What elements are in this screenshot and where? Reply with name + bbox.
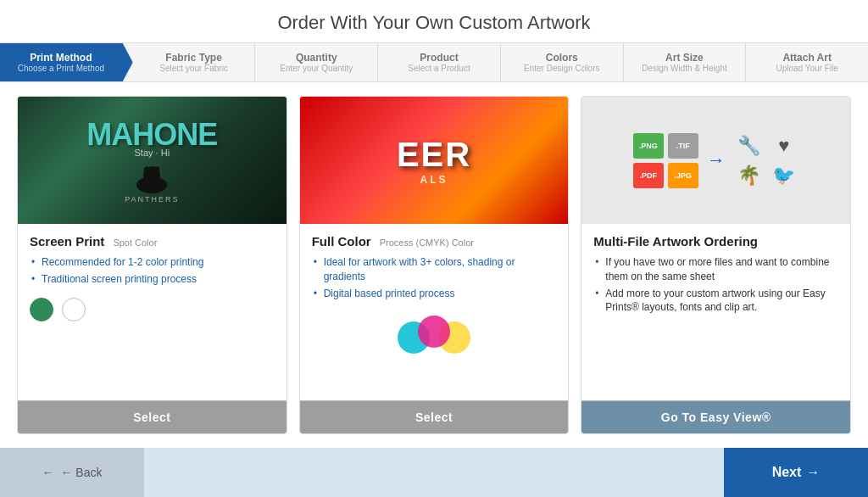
card-full-color: EER ALS Full Color Process (CMYK) Color …: [299, 96, 570, 434]
silhouette-tools: 🔧: [734, 133, 765, 159]
card-full-color-title: Full Color: [312, 234, 371, 248]
file-tag-tif-label: .TIF: [676, 142, 690, 150]
step-print-method-sub: Choose a Print Method: [18, 64, 104, 73]
card-screen-print-title-row: Screen Print Spot Color: [30, 234, 275, 248]
step-attach-art-sub: Upload Your File: [776, 64, 837, 73]
dot-green: [30, 298, 53, 321]
card-full-color-bullets: Ideal for artwork with 3+ colors, shadin…: [312, 255, 557, 303]
card-multi-file: .PNG .TIF .PDF .JPG → 🔧: [581, 96, 851, 434]
step-colors-sub: Enter Design Colors: [524, 64, 599, 73]
file-tag-pdf-label: .PDF: [639, 171, 657, 180]
next-button[interactable]: Next →: [724, 448, 868, 497]
step-colors[interactable]: Colors Enter Design Colors: [501, 43, 624, 81]
card-multi-file-footer[interactable]: Go To Easy View®: [581, 400, 850, 433]
card-full-color-subtitle: Process (CMYK) Color: [380, 237, 474, 248]
step-print-method-label: Print Method: [30, 52, 92, 64]
step-colors-label: Colors: [546, 52, 578, 64]
arrow-right-icon: →: [707, 149, 726, 171]
step-print-method[interactable]: Print Method Choose a Print Method: [0, 43, 133, 81]
back-arrow-icon: ←: [42, 466, 53, 479]
bullet-full-color-2: Digital based printed process: [312, 287, 557, 301]
card-screen-print-title: Screen Print: [30, 234, 104, 248]
fullcolor-image-text: EER: [397, 136, 471, 174]
step-quantity-sub: Enter your Quantity: [280, 64, 353, 73]
back-button[interactable]: ← ← Back: [0, 448, 144, 497]
step-fabric-type[interactable]: Fabric Type Select your Fabric: [133, 43, 256, 81]
card-multi-file-body: Multi-File Artwork Ordering If you have …: [581, 224, 850, 400]
step-quantity-label: Quantity: [296, 52, 337, 64]
back-label: ← Back: [60, 466, 102, 479]
card-full-color-image: EER ALS: [300, 97, 569, 224]
card-full-color-footer[interactable]: Select: [300, 400, 569, 433]
file-tag-jpg-label: .JPG: [674, 171, 692, 180]
card-screen-print: MAHONE Stay · Hi PANTHERS Screen Print S…: [17, 96, 287, 434]
step-art-size-sub: Design Width & Height: [642, 64, 727, 73]
select-full-color-button[interactable]: Select: [309, 410, 560, 424]
card-screen-print-footer[interactable]: Select: [18, 400, 287, 433]
page-title-bar: Order With Your Own Custom Artwork: [0, 0, 868, 43]
card-multi-file-bullets: If you have two or more files and want t…: [593, 255, 838, 317]
card-multi-file-title: Multi-File Artwork Ordering: [593, 234, 758, 248]
panther-silhouette: [86, 161, 217, 198]
select-screen-print-button[interactable]: Select: [26, 410, 278, 424]
file-tag-pdf: .PDF: [633, 163, 664, 188]
next-arrow-icon: →: [806, 465, 820, 480]
card-full-color-body: Full Color Process (CMYK) Color Ideal fo…: [300, 224, 569, 400]
go-to-easy-view-button[interactable]: Go To Easy View®: [590, 410, 842, 424]
bullet-full-color-1: Ideal for artwork with 3+ colors, shadin…: [312, 255, 557, 284]
file-tag-tif: .TIF: [668, 133, 698, 159]
silhouette-grid: 🔧 ♥ 🌴 🐦: [734, 133, 799, 188]
bullet-multi-file-1: If you have two or more files and want t…: [593, 255, 838, 284]
bottom-bar: ← ← Back Next →: [0, 448, 868, 497]
card-screen-print-bullets: Recommended for 1-2 color printing Tradi…: [30, 255, 275, 289]
next-label: Next: [772, 465, 802, 480]
page-title: Order With Your Own Custom Artwork: [0, 12, 868, 34]
step-quantity[interactable]: Quantity Enter your Quantity: [255, 43, 378, 81]
file-tag-png-label: .PNG: [639, 142, 658, 150]
silhouette-bird: 🐦: [769, 163, 799, 188]
card-multi-file-image: .PNG .TIF .PDF .JPG → 🔧: [581, 97, 850, 224]
file-tag-jpg: .JPG: [668, 163, 698, 188]
card-screen-print-body: Screen Print Spot Color Recommended for …: [18, 224, 287, 400]
step-attach-art[interactable]: Attach Art Upload Your File: [746, 43, 868, 81]
file-tag-png: .PNG: [633, 133, 664, 159]
step-attach-art-label: Attach Art: [782, 52, 832, 64]
main-content: MAHONE Stay · Hi PANTHERS Screen Print S…: [0, 82, 868, 448]
step-fabric-type-sub: Select your Fabric: [159, 64, 228, 73]
fullcolor-image-subtext: ALS: [397, 174, 471, 186]
step-fabric-type-label: Fabric Type: [165, 52, 221, 64]
step-nav: Print Method Choose a Print Method Fabri…: [0, 43, 868, 82]
card-multi-file-title-row: Multi-File Artwork Ordering: [593, 234, 838, 248]
step-product-sub: Select a Product: [408, 64, 470, 73]
bullet-multi-file-2: Add more to your custom artwork using ou…: [593, 287, 838, 316]
step-art-size[interactable]: Art Size Design Width & Height: [624, 43, 747, 81]
dot-white: [62, 298, 86, 321]
bullet-screen-print-1: Recommended for 1-2 color printing: [30, 255, 275, 270]
silhouette-tree: 🌴: [734, 163, 765, 188]
cmyk-circles: [312, 316, 557, 359]
file-tags-left: .PNG .TIF .PDF .JPG: [633, 133, 698, 188]
step-art-size-label: Art Size: [665, 52, 704, 64]
bullet-screen-print-2: Traditional screen printing process: [30, 272, 275, 287]
step-product[interactable]: Product Select a Product: [378, 43, 501, 81]
silhouette-hearts: ♥: [769, 133, 799, 159]
card-screen-print-image: MAHONE Stay · Hi PANTHERS: [18, 97, 287, 224]
step-product-label: Product: [420, 52, 458, 64]
card-full-color-title-row: Full Color Process (CMYK) Color: [312, 234, 557, 248]
panthers-text: PANTHERS: [86, 195, 217, 204]
card-screen-print-subtitle: Spot Color: [113, 237, 157, 248]
color-dots-screen-print: [30, 298, 275, 321]
